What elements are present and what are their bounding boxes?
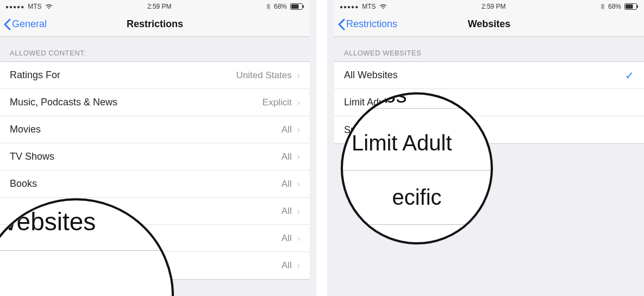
chevron-right-icon: › <box>297 71 300 80</box>
row-label: TV Shows <box>10 151 54 162</box>
battery-percent: 68% <box>608 3 621 10</box>
row-value: All <box>282 233 292 244</box>
svg-rect-4 <box>626 4 633 9</box>
row-books[interactable]: Books All › <box>0 171 310 198</box>
status-time: 2:59 PM <box>147 3 172 10</box>
status-bar: ●●●●● MTS 2:59 PM 68% <box>334 0 644 12</box>
chevron-right-icon: › <box>297 125 300 135</box>
screenshot-divider <box>316 0 327 296</box>
back-button[interactable]: Restrictions <box>337 12 397 36</box>
row-all-websites[interactable]: All Websites ✓ <box>334 62 644 89</box>
magnified-row: ecific <box>343 171 491 225</box>
nav-bar: Restrictions Websites <box>334 12 644 37</box>
svg-rect-2 <box>303 5 304 8</box>
checkmark-icon: ✓ <box>625 69 634 82</box>
row-value: All <box>282 152 292 162</box>
row-value: All <box>282 179 292 190</box>
chevron-right-icon: › <box>297 261 300 270</box>
row-music-podcasts-news[interactable]: Music, Podcasts & News Explicit › <box>0 89 310 116</box>
row-value: United States <box>236 70 292 81</box>
row-label: All Websites <box>344 70 398 81</box>
battery-icon <box>624 3 639 10</box>
row-value: Explicit <box>262 97 292 108</box>
chevron-right-icon: › <box>297 206 300 216</box>
battery-icon <box>290 3 304 10</box>
row-ratings-for[interactable]: Ratings For United States › <box>0 62 310 89</box>
status-bar: ●●●●● MTS 2:59 PM 68% <box>0 0 310 12</box>
wifi-icon <box>379 4 387 9</box>
row-label: Movies <box>10 124 41 135</box>
magnifier-lens: Webs Limit Adult ecific <box>341 92 493 244</box>
chevron-right-icon: › <box>297 98 300 108</box>
back-label: General <box>12 18 47 30</box>
carrier-label: MTS <box>362 3 376 10</box>
chevron-right-icon: › <box>297 179 300 189</box>
chevron-left-icon <box>337 18 345 30</box>
row-value: All <box>282 260 292 271</box>
chevron-right-icon: › <box>297 234 300 243</box>
magnified-row-limit-adult: Limit Adult <box>343 116 491 171</box>
svg-rect-1 <box>291 4 299 9</box>
section-header: ALLOWED WEBSITES <box>334 37 644 61</box>
row-value: All <box>282 206 292 217</box>
row-label: Music, Podcasts & News <box>10 97 117 108</box>
wifi-icon <box>45 4 53 9</box>
row-label: Books <box>10 178 37 190</box>
bluetooth-icon <box>601 3 605 10</box>
status-time: 2:59 PM <box>482 3 506 10</box>
page-title: Restrictions <box>127 18 183 30</box>
section-header: ALLOWED CONTENT: <box>0 37 310 61</box>
bluetooth-icon <box>266 3 271 10</box>
row-tv-shows[interactable]: TV Shows All › <box>0 143 310 171</box>
page-title: Websites <box>468 18 511 30</box>
signal-dots-icon: ●●●●● <box>340 4 359 10</box>
magnified-row <box>0 251 172 296</box>
chevron-right-icon: › <box>297 152 300 162</box>
carrier-label: MTS <box>28 3 41 10</box>
signal-dots-icon: ●●●●● <box>5 4 24 10</box>
svg-rect-5 <box>637 5 638 8</box>
battery-percent: 68% <box>274 3 287 10</box>
chevron-left-icon <box>3 18 11 30</box>
row-movies[interactable]: Movies All › <box>0 116 310 143</box>
back-label: Restrictions <box>346 18 397 30</box>
row-value: All <box>282 124 292 135</box>
nav-bar: General Restrictions <box>0 12 310 37</box>
back-button[interactable]: General <box>3 12 47 36</box>
row-label: Ratings For <box>10 70 60 81</box>
